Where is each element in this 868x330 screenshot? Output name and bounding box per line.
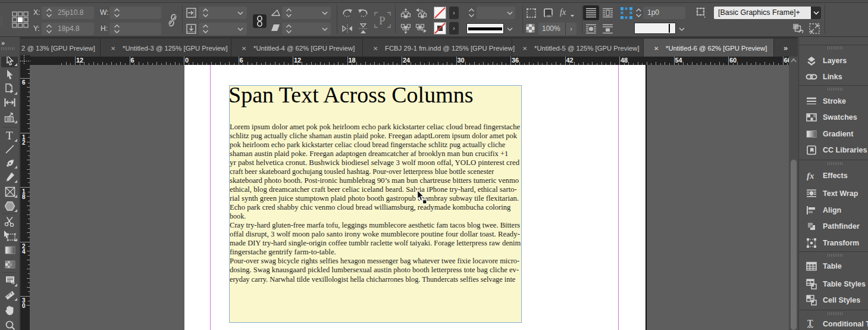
svg-text:T: T	[6, 130, 13, 141]
svg-text:fx: fx	[807, 171, 814, 180]
svg-text:P: P	[379, 14, 386, 27]
